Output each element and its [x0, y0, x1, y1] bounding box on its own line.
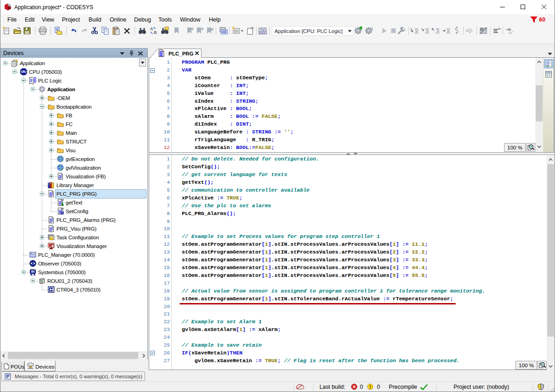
svg-text:CPU: CPU	[21, 70, 27, 73]
svg-text:PLC: PLC	[30, 253, 35, 255]
svg-text:A: A	[150, 27, 153, 31]
svg-text:M: M	[61, 211, 64, 215]
svg-text:B: B	[154, 30, 157, 35]
svg-text:A: A	[61, 202, 64, 206]
